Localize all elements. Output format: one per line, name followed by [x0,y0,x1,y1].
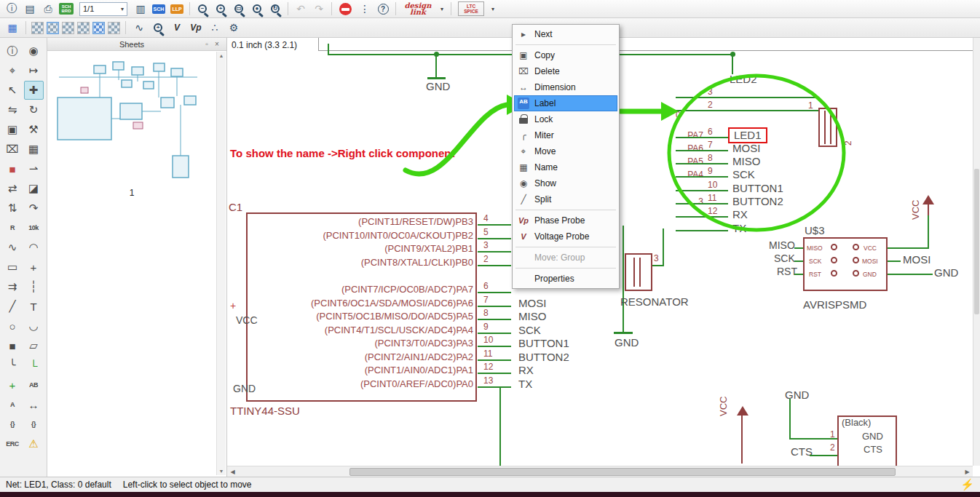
design-link-button[interactable]: design link [400,1,435,16]
wire[interactable] [435,55,437,77]
gnd-symbol[interactable] [614,332,633,334]
pad[interactable] [831,257,837,263]
zoom-in-icon[interactable]: + [213,1,229,16]
menu-item-copy[interactable]: ▣ Copy [514,47,617,63]
wire[interactable] [732,55,733,74]
label-tool[interactable]: AB [24,375,44,394]
pin-wire[interactable] [676,163,728,164]
net-label[interactable]: MOSI [518,297,546,309]
circle-tool[interactable]: ○ [3,317,23,335]
copy-tool[interactable]: ▣ [3,120,23,139]
design-link-dropdown[interactable]: ▾ [438,1,446,16]
fillrect-tool[interactable]: ■ [3,336,23,355]
wire[interactable] [888,247,929,249]
menu-item-properties[interactable]: Properties [514,271,617,287]
menu-item-move[interactable]: ⌖ Move [514,143,617,159]
component-body[interactable] [818,108,837,147]
cross-tool[interactable]: + [24,258,44,277]
mark-tool[interactable]: ⌖ [3,61,23,80]
busentry-tool[interactable]: └ [24,356,44,375]
wire[interactable] [928,214,929,249]
select-tool[interactable]: ↖ [3,81,23,100]
wire-tool[interactable]: ∿ [3,238,23,257]
sch-chip-icon[interactable]: SCH [151,1,167,16]
lock-tool[interactable]: ◪ [24,179,44,198]
attribute-tool[interactable]: A [3,395,23,414]
pin-wire[interactable] [478,346,511,347]
wire[interactable] [888,274,933,275]
group-tool[interactable]: ▦ [24,140,44,159]
replace-tool[interactable]: R [3,218,23,237]
menu-item-label[interactable]: AB Label [514,95,617,111]
help-icon[interactable]: ? [375,1,391,16]
print-icon[interactable]: ⎙ [40,1,56,16]
net-label[interactable]: MOSI [732,142,760,154]
wire[interactable] [652,265,664,266]
net-label[interactable]: BUTTON2 [732,195,783,207]
net-label[interactable]: SCK [518,324,541,336]
pin-wire[interactable] [478,333,511,334]
component-ref[interactable]: U$3 [805,224,825,236]
pin-wire[interactable] [676,216,728,218]
wire[interactable] [663,228,664,266]
component-value[interactable]: AVRISPSMD [803,298,866,311]
vertical-scrollbar[interactable] [973,38,980,466]
sch-brd-icon[interactable]: SCH BRD [58,1,74,16]
pin-wire[interactable] [676,203,728,204]
pin-wire[interactable] [478,359,511,361]
sheet-selector-dropdown[interactable]: 1/1 ▾ [79,2,127,16]
menu-item-show[interactable]: ◉ Show [514,175,617,191]
arc2-tool[interactable]: ◡ [24,317,44,335]
pin-wire[interactable] [676,97,818,98]
net-label[interactable]: LED1 [728,127,767,143]
stop-icon[interactable] [339,3,352,15]
pin-wire[interactable] [478,386,511,388]
layer-view-1-icon[interactable] [31,22,44,34]
component-value[interactable]: TTINY44-SSU [230,405,300,417]
info-icon[interactable]: ⓘ [4,1,20,16]
wire[interactable] [810,455,837,456]
polygon-tool[interactable]: ▱ [24,336,44,355]
wire[interactable] [888,261,901,262]
dashline-tool[interactable]: ┆ [24,277,44,296]
phase-probe-icon[interactable]: Vp [188,20,204,35]
net-label[interactable]: BUTTON1 [518,337,569,349]
pin-wire[interactable] [478,373,511,374]
sheet-1-item[interactable]: 1 [47,188,216,198]
pad[interactable] [831,270,837,277]
vcc-label[interactable]: VCC [718,397,729,416]
display-tool[interactable]: ↦ [24,61,44,80]
pin-wire[interactable] [478,306,511,307]
add-tool[interactable]: ■ [3,159,23,178]
value-tool[interactable]: 10k [24,218,44,237]
dimension-tool[interactable]: ↔ [24,395,44,414]
menu-item-split[interactable]: ╱ Split [514,191,617,207]
menu-item-delete[interactable]: ⌧ Delete [514,63,617,79]
scroll-right-icon[interactable]: ▶ [962,466,973,477]
change-tool[interactable]: ⚒ [24,120,44,139]
net-label[interactable]: RST [777,266,797,277]
menu-item-phase-probe[interactable]: Vp Phase Probe [514,212,617,228]
menu-item-voltage-probe[interactable]: V Voltage Probe [514,228,617,244]
bend-tool[interactable]: ╰ [3,356,23,375]
layer-view-6-icon[interactable] [108,22,120,34]
zoom-full-icon[interactable]: ● [249,1,265,16]
gateswap-tool[interactable]: ⇄ [3,179,23,198]
layer-view-5-icon[interactable] [92,22,105,34]
net-label[interactable]: GND [615,336,639,349]
pin-wire[interactable] [478,292,511,293]
resonator-body[interactable] [625,253,652,291]
net-label[interactable]: BUTTON2 [518,351,569,363]
wire[interactable] [794,274,803,275]
wire[interactable] [794,261,803,262]
net-label[interactable]: RX [732,208,748,220]
pad[interactable] [853,257,859,263]
layer-view-4-icon[interactable] [77,22,90,34]
pin-wire[interactable] [478,265,511,266]
scroll-up-icon[interactable]: ▲ [219,53,224,58]
mirror-tool[interactable]: ⇋ [3,100,23,119]
panel-pin-icon[interactable]: ▫ [202,40,212,48]
pin-wire[interactable] [676,230,728,231]
erc-tool[interactable]: ERC [3,434,23,453]
wire[interactable] [794,247,803,249]
